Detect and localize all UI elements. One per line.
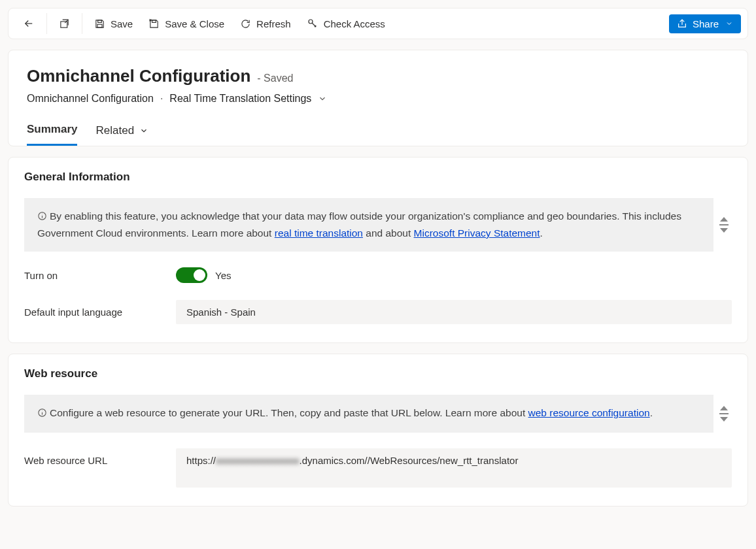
scroll-bar-icon (719, 413, 729, 414)
refresh-icon (240, 18, 251, 29)
info-icon (37, 407, 47, 422)
save-close-icon (148, 18, 160, 29)
breadcrumb-dropdown[interactable] (318, 94, 327, 103)
scroll-up-icon (720, 406, 728, 410)
svg-point-4 (309, 20, 313, 24)
chevron-down-icon (725, 20, 733, 27)
command-bar: Save Save & Close Refresh Check Access S… (9, 8, 747, 39)
url-redacted: xxxxxxxxxxxxxxxxx (216, 455, 300, 466)
notice-scroll-control[interactable] (716, 395, 732, 433)
back-button[interactable] (15, 12, 43, 35)
share-icon (677, 18, 687, 29)
scroll-down-icon (720, 228, 728, 233)
share-label: Share (693, 18, 719, 29)
general-information-section: General Information By enabling this fea… (9, 158, 747, 342)
back-arrow-icon (23, 18, 35, 29)
real-time-translation-link[interactable]: real time translation (275, 227, 363, 239)
tab-related[interactable]: Related (95, 123, 148, 146)
web-resource-section: Web resource Configure a web resource to… (9, 354, 747, 506)
section-title: General Information (24, 171, 732, 184)
notice-text: and about (363, 227, 414, 239)
check-access-label: Check Access (324, 18, 385, 29)
chevron-down-icon (139, 126, 148, 135)
save-close-label: Save & Close (165, 18, 224, 29)
url-prefix: https:// (186, 455, 216, 466)
scroll-down-icon (720, 417, 728, 422)
turn-on-label: Turn on (24, 270, 176, 281)
tab-list: Summary Related (27, 123, 729, 146)
url-suffix: .dynamics.com//WebResources/new_rtt_tran… (300, 455, 519, 466)
svg-rect-1 (98, 20, 102, 22)
web-resource-url-input[interactable]: https://xxxxxxxxxxxxxxxxx.dynamics.com//… (176, 448, 732, 488)
tab-summary-label: Summary (27, 123, 77, 136)
page-title: Omnichannel Configuration (27, 66, 250, 86)
svg-rect-0 (61, 21, 67, 27)
save-label: Save (111, 18, 133, 29)
svg-rect-2 (97, 24, 102, 27)
privacy-statement-link[interactable]: Microsoft Privacy Statement (414, 227, 540, 239)
scroll-bar-icon (719, 224, 729, 225)
save-icon (94, 18, 105, 29)
notice-text: . (540, 227, 543, 239)
tab-summary[interactable]: Summary (27, 123, 77, 146)
save-button[interactable]: Save (86, 13, 141, 35)
record-header: Omnichannel Configuration - Saved Omnich… (9, 50, 747, 146)
web-resource-url-label: Web resource URL (24, 448, 176, 466)
toggle-state-text: Yes (215, 270, 231, 281)
tab-related-label: Related (95, 124, 134, 137)
notice-scroll-control[interactable] (716, 198, 732, 252)
turn-on-toggle[interactable] (176, 267, 207, 283)
check-access-button[interactable]: Check Access (299, 12, 393, 35)
section-title: Web resource (24, 367, 732, 380)
open-external-icon (59, 18, 70, 29)
refresh-button[interactable]: Refresh (232, 13, 299, 35)
default-language-value: Spanish - Spain (186, 307, 256, 318)
svg-rect-3 (152, 20, 156, 22)
breadcrumb-item[interactable]: Real Time Translation Settings (169, 93, 311, 105)
save-close-button[interactable]: Save & Close (141, 13, 232, 35)
notice-text: . (650, 407, 653, 418)
info-icon (37, 210, 47, 225)
web-resource-config-link[interactable]: web resource configuration (528, 407, 650, 418)
breadcrumb: Omnichannel Configuration · Real Time Tr… (27, 93, 729, 105)
divider (46, 13, 47, 34)
default-language-label: Default input language (24, 307, 176, 318)
toggle-knob (194, 269, 205, 281)
chevron-down-icon (318, 94, 327, 103)
refresh-label: Refresh (256, 18, 291, 29)
saved-status: - Saved (257, 73, 293, 84)
web-resource-notice: Configure a web resource to generate you… (24, 395, 713, 433)
open-new-window-button[interactable] (51, 13, 78, 35)
breadcrumb-item[interactable]: Omnichannel Configuration (27, 93, 154, 105)
compliance-notice: By enabling this feature, you acknowledg… (24, 198, 713, 252)
share-button[interactable]: Share (669, 14, 741, 33)
check-access-icon (307, 18, 318, 29)
default-language-input[interactable]: Spanish - Spain (176, 300, 732, 324)
scroll-up-icon (720, 217, 728, 222)
notice-text: Configure a web resource to generate you… (50, 407, 528, 418)
divider (82, 13, 82, 34)
breadcrumb-separator: · (160, 93, 163, 105)
